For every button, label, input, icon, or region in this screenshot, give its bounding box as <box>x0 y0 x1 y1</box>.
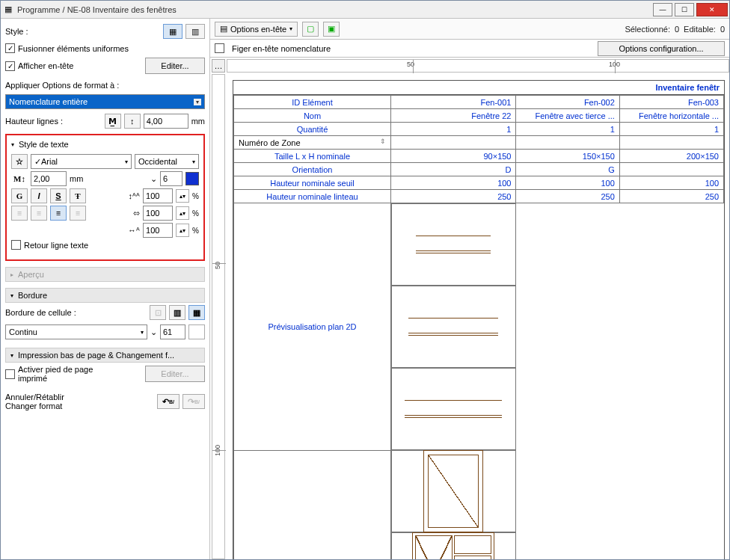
char-spacing-icon: ↔ᴬ <box>128 226 140 236</box>
ruler-origin-button[interactable]: … <box>212 59 225 73</box>
preview-header[interactable]: ▸ Aperçu <box>5 267 205 282</box>
align-right-button[interactable]: ≡ <box>50 206 67 221</box>
line-type-select[interactable]: Continu ▾ <box>5 324 147 339</box>
row-height-unit: mm <box>191 117 205 126</box>
apply-format-label: Appliquer Options de format à : <box>5 81 119 90</box>
line-spacing-input[interactable] <box>143 188 173 203</box>
spinner-up-icon[interactable]: ▴▾ <box>176 189 189 203</box>
footer-enable-label: Activer pied de page imprimé <box>18 365 108 383</box>
border-none-button[interactable]: ⊡ <box>150 305 166 320</box>
chevron-down-icon: ▾ <box>194 99 201 105</box>
maximize-button[interactable]: ☐ <box>675 3 694 16</box>
underline-button[interactable]: S <box>50 188 67 203</box>
char-spacing-input[interactable] <box>143 223 173 238</box>
editable-count: 0 <box>720 25 725 34</box>
chevron-down-icon: ▾ <box>141 329 144 336</box>
format-target-select[interactable]: Nomenclature entière ▾ <box>5 94 205 109</box>
merge-uniform-label: Fusionner éléments uniformes <box>18 44 129 53</box>
spinner-icon[interactable]: ▴▾ <box>176 224 189 237</box>
elev-preview-1 <box>391 450 516 532</box>
width-spacing-input[interactable] <box>143 206 173 221</box>
strikethrough-button[interactable]: Ŧ <box>70 188 86 203</box>
chevron-down-icon: ▾ <box>289 25 292 32</box>
footer-header[interactable]: ▾ Impression bas de page & Changement f.… <box>5 348 205 363</box>
footer-edit-button[interactable]: Editer... <box>145 366 205 382</box>
adjust-handle-icon[interactable]: ⇕ <box>380 138 386 145</box>
collapse-icon: ▾ <box>11 141 14 148</box>
line-spacing-icon: ↕ᴬᴬ <box>129 191 141 201</box>
style-grid-toggle[interactable]: ▦ <box>163 24 182 39</box>
titlebar: ▦ Programme / NE-08 Inventaire des fenêt… <box>1 1 729 19</box>
font-size-unit: mm <box>70 174 83 183</box>
close-button[interactable]: ✕ <box>696 3 728 16</box>
style-list-toggle[interactable]: ▥ <box>185 24 205 39</box>
height-mode-icon[interactable]: M̲ <box>105 114 121 129</box>
main-toolbar: ▤ Options en-tête ▾ ▢ ▣ Sélectionné: 0 E… <box>210 19 729 40</box>
text-height-icon: M↕ <box>11 171 28 186</box>
text-style-header[interactable]: ▾ Style de texte <box>11 140 199 152</box>
header-options-button[interactable]: ▤ Options en-tête ▾ <box>215 22 298 37</box>
header-icon: ▤ <box>220 24 227 34</box>
pen-size-input[interactable] <box>160 171 182 186</box>
plan-preview-3 <box>391 368 516 450</box>
width-spacing-icon: ⬄ <box>133 209 140 218</box>
footer-enable-checkbox[interactable] <box>5 369 15 379</box>
favorite-icon[interactable]: ☆ <box>11 154 28 169</box>
show-header-checkbox[interactable]: ✓ <box>5 61 15 71</box>
ruler-horizontal[interactable]: 50 100 <box>227 59 729 73</box>
align-left-button[interactable]: ≡ <box>11 206 28 221</box>
window-title: Programme / NE-08 Inventaire des fenêtre… <box>17 5 653 14</box>
collapse-icon: ▾ <box>10 292 13 299</box>
row-id-label: ID Elément <box>234 96 391 109</box>
minimize-button[interactable]: — <box>653 3 672 16</box>
select-tool-green-alt[interactable]: ▣ <box>323 22 340 37</box>
elev-preview-2 <box>391 532 516 559</box>
border-header[interactable]: ▾ Bordure <box>5 288 205 303</box>
selected-label: Sélectionné: <box>625 25 670 34</box>
selected-count: 0 <box>675 25 679 34</box>
chevron-down-icon: ▾ <box>125 159 128 165</box>
italic-button[interactable]: I <box>31 188 47 203</box>
chevron-down-icon: ▾ <box>192 159 195 165</box>
schedule-title: Inventaire fenêtr <box>233 81 724 95</box>
height-arrows-icon[interactable]: ↕ <box>124 114 141 129</box>
expand-icon: ▸ <box>10 271 13 278</box>
collapse-icon: ▾ <box>10 352 13 359</box>
main-area: ▤ Options en-tête ▾ ▢ ▣ Sélectionné: 0 E… <box>210 19 729 559</box>
editable-label: Editable: <box>684 25 716 34</box>
ruler-vertical[interactable]: 50 100 <box>212 74 225 559</box>
row-height-label: Hauteur lignes : <box>5 117 63 126</box>
config-options-button[interactable]: Options configuration... <box>598 41 725 56</box>
border-inner-button[interactable]: ▥ <box>169 305 185 320</box>
freeze-header-checkbox[interactable] <box>215 43 224 53</box>
format-sidebar: Style : ▦ ▥ ✓ Fusionner éléments uniform… <box>1 19 210 559</box>
align-justify-button[interactable]: ≡ <box>70 206 86 221</box>
schedule-table[interactable]: Inventaire fenêtr ID Elément Fen-001 Fen… <box>233 80 725 559</box>
show-header-label: Afficher en-tête <box>18 61 73 70</box>
undo-format-button[interactable]: ↶B/ <box>157 394 180 409</box>
font-family-select[interactable]: ✓Arial ▾ <box>31 154 132 169</box>
merge-uniform-checkbox[interactable]: ✓ <box>5 43 15 53</box>
select-tool-green[interactable]: ▢ <box>302 22 319 37</box>
row-height-input[interactable] <box>144 114 188 129</box>
format-target-value: Nomenclature entière <box>9 97 88 106</box>
pen-color-swatch[interactable] <box>185 172 199 185</box>
border-pen-color[interactable] <box>188 324 205 339</box>
spinner-icon[interactable]: ▴▾ <box>176 206 189 220</box>
plan-preview-2 <box>391 286 516 368</box>
align-center-button[interactable]: ≡ <box>31 206 47 221</box>
font-script-select[interactable]: Occidental ▾ <box>135 154 199 169</box>
style-label: Style : <box>5 27 28 36</box>
text-style-panel: ▾ Style de texte ☆ ✓Arial ▾ Occidental ▾ <box>5 134 205 261</box>
edit-header-button[interactable]: Editer... <box>145 58 205 74</box>
wrap-text-checkbox[interactable] <box>11 240 21 250</box>
freeze-header-label: Figer en-tête nomenclature <box>232 44 331 53</box>
pen-icon: ⌄ <box>150 174 157 184</box>
redo-format-button[interactable]: ↷B/ <box>182 394 205 409</box>
border-all-button[interactable]: ▦ <box>188 305 205 320</box>
canvas[interactable]: … 50 100 50 100 Inventaire fenêtr <box>210 58 729 559</box>
border-pen-input[interactable] <box>160 324 185 339</box>
cell-border-label: Bordure de cellule : <box>5 308 76 317</box>
bold-button[interactable]: G <box>11 188 28 203</box>
font-size-input[interactable] <box>31 171 67 186</box>
